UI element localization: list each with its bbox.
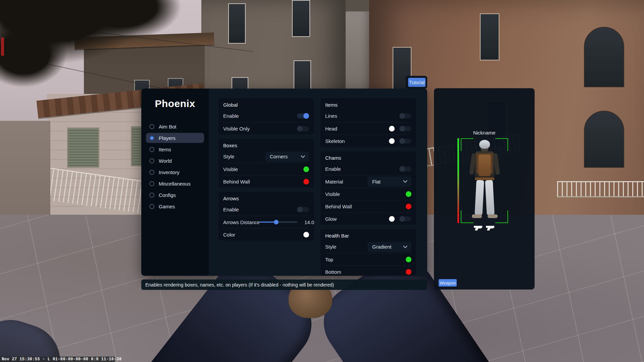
color-swatch-color[interactable] xyxy=(303,232,309,238)
player-leg xyxy=(485,180,494,215)
radio-icon xyxy=(149,193,154,198)
row-controls xyxy=(389,216,411,222)
toggle-knob xyxy=(399,113,405,119)
row-controls xyxy=(303,166,309,172)
color-swatch-top[interactable] xyxy=(406,257,411,262)
color-swatch-behind-wall[interactable] xyxy=(406,204,411,209)
row-controls xyxy=(389,126,411,132)
card-chams: ChamsEnableMaterialFlatVisibleBehind Wal… xyxy=(320,151,416,225)
toggle-knob xyxy=(303,113,309,119)
card-health-bar: Health BarStyleGradientTopBottom xyxy=(320,229,416,276)
card-arrows: ArrowsEnableArrows Distance14.0Color xyxy=(218,192,314,241)
toggle-visible-only[interactable] xyxy=(297,126,309,131)
row-style: StyleGradient xyxy=(325,241,411,253)
slider-arrows-distance[interactable] xyxy=(260,221,297,223)
color-swatch-skeleton[interactable] xyxy=(389,138,395,144)
card-title: Global xyxy=(223,98,309,110)
toggle-enable[interactable] xyxy=(297,113,309,118)
dropdown-material[interactable]: Flat xyxy=(367,176,411,187)
color-swatch-behind-wall[interactable] xyxy=(303,179,309,185)
sidebar-item-items[interactable]: Items xyxy=(146,144,204,154)
sidebar-item-aim-bot[interactable]: Aim Bot xyxy=(146,121,204,132)
row-label: Behind Wall xyxy=(325,204,352,209)
row-behind-wall: Behind Wall xyxy=(325,200,411,212)
dropdown-value: Corners xyxy=(265,154,301,159)
row-label: Visible Only xyxy=(223,126,250,132)
row-label: Color xyxy=(223,232,235,238)
color-swatch-glow[interactable] xyxy=(389,216,395,222)
color-swatch-head[interactable] xyxy=(389,126,395,132)
row-enable: Enable xyxy=(325,163,411,175)
row-controls xyxy=(406,257,411,262)
player-shoe xyxy=(488,214,498,218)
dropdown-style[interactable]: Gradient xyxy=(367,242,411,252)
color-swatch-visible[interactable] xyxy=(303,166,309,172)
toggle-knob xyxy=(297,207,303,212)
dropdown-style[interactable]: Corners xyxy=(265,152,309,162)
chevron-down-icon xyxy=(403,178,407,183)
card-global: GlobalEnableVisible Only xyxy=(218,98,314,135)
player-vest xyxy=(479,155,491,176)
row-material: MaterialFlat xyxy=(325,175,411,188)
tutorial-button[interactable]: Tutorial xyxy=(408,78,426,87)
player-helmet xyxy=(479,140,490,149)
toggle-glow[interactable] xyxy=(399,216,411,221)
row-glow: Glow xyxy=(325,212,411,225)
weapon-button[interactable]: Weapon xyxy=(439,279,457,287)
sidebar-item-games[interactable]: Games xyxy=(146,201,204,211)
row-controls xyxy=(399,166,411,171)
row-arrows-distance: Arrows Distance14.0 xyxy=(223,216,309,228)
sidebar-item-miscellaneous[interactable]: Miscellaneous xyxy=(146,178,204,189)
scene-window xyxy=(228,3,246,44)
row-label: Lines xyxy=(325,113,337,119)
sidebar-item-world[interactable]: World xyxy=(146,156,204,166)
row-label: Top xyxy=(325,257,333,262)
slider-knob[interactable] xyxy=(274,220,279,224)
color-swatch-visible[interactable] xyxy=(406,191,411,197)
toggle-knob xyxy=(399,126,405,132)
card-title: Boxes xyxy=(223,139,309,150)
pistol-icon xyxy=(474,225,483,231)
sidebar: Phoenix Aim BotPlayersItemsWorldInventor… xyxy=(141,89,209,276)
tooltip-bar: Enables rendering boxes, names, etc. on … xyxy=(141,279,427,290)
radio-icon xyxy=(149,158,154,163)
scene-shuttered-window xyxy=(67,127,99,168)
toggle-enable[interactable] xyxy=(297,207,309,212)
settings-column-1: GlobalEnableVisible OnlyBoxesStyleCorner… xyxy=(218,98,314,245)
sidebar-item-label: Items xyxy=(159,147,171,152)
row-controls xyxy=(297,126,309,131)
card-boxes: BoxesStyleCornersVisibleBehind Wall xyxy=(218,139,314,188)
row-visible: Visible xyxy=(223,163,309,175)
player-model-preview xyxy=(461,139,508,222)
row-controls xyxy=(297,207,309,212)
radio-icon xyxy=(149,124,154,129)
debug-hud-text: Nov 27 15:38:55 - L 01-00-00-00-00 0:0 1… xyxy=(0,357,121,362)
row-bottom: Bottom xyxy=(325,265,411,276)
row-visible: Visible xyxy=(325,188,411,200)
toggle-skeleton[interactable] xyxy=(399,139,411,144)
weapon-icons xyxy=(434,225,535,231)
scene-window xyxy=(584,27,624,87)
card-items: ItemsLinesHeadSkeleton xyxy=(320,98,416,147)
card-title: Health Bar xyxy=(325,229,411,241)
row-style: StyleCorners xyxy=(223,150,309,163)
toggle-head[interactable] xyxy=(399,126,411,131)
toggle-lines[interactable] xyxy=(399,113,411,118)
row-top: Top xyxy=(325,253,411,265)
row-controls xyxy=(406,204,411,209)
sidebar-item-configs[interactable]: Configs xyxy=(146,190,204,200)
preview-nickname: Nickname xyxy=(434,130,535,136)
row-enable: Enable xyxy=(223,110,309,122)
scene-balcony-rail xyxy=(557,181,644,197)
sidebar-item-players[interactable]: Players xyxy=(146,133,204,143)
row-label: Head xyxy=(325,126,337,132)
sidebar-item-label: World xyxy=(159,158,172,164)
color-swatch-bottom[interactable] xyxy=(406,269,411,275)
toggle-enable[interactable] xyxy=(399,166,411,171)
chevron-down-icon xyxy=(301,154,305,158)
sidebar-item-label: Players xyxy=(159,135,176,141)
chevron-down-icon xyxy=(403,244,407,248)
sidebar-item-inventory[interactable]: Inventory xyxy=(146,167,204,177)
row-controls xyxy=(406,269,411,275)
menu-title: Phoenix xyxy=(141,98,209,109)
